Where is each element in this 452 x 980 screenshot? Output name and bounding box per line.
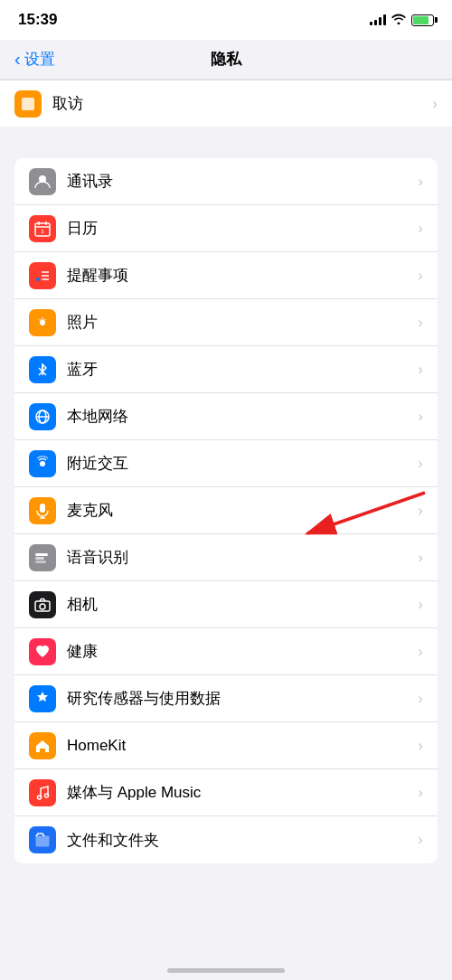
chevron-icon: › [418,502,423,520]
home-indicator [167,968,285,973]
list-item[interactable]: 附近交互› [14,440,438,487]
chevron-icon: › [418,267,423,285]
music-icon [29,779,56,806]
partial-label: 取访 [52,93,432,114]
health-icon [29,638,56,665]
music-label: 媒体与 Apple Music [67,782,418,803]
list-item[interactable]: 语音识别› [14,534,438,581]
nearby-label: 附近交互 [67,453,418,474]
svg-rect-25 [35,557,44,560]
nearby-icon [29,450,56,477]
bluetooth-label: 蓝牙 [67,359,418,380]
list-item[interactable]: 相机› [14,581,438,628]
svg-point-29 [38,796,42,799]
svg-rect-26 [35,561,46,563]
reminders-icon [29,262,56,289]
research-icon [29,685,56,712]
chevron-icon: › [418,220,423,238]
camera-label: 相机 [67,594,418,615]
list-item[interactable]: 研究传感器与使用数据› [14,675,438,722]
list-item[interactable]: 提醒事项› [14,252,438,299]
status-bar: 15:39 [0,0,452,40]
content: 取访 › 通讯录›1日历›提醒事项›照片›蓝牙›本地网络›附近交互›麦克风›语音… [0,80,452,863]
homekit-label: HomeKit [67,737,418,755]
chevron-icon: › [418,455,423,473]
chevron-icon: › [418,173,423,191]
list-item[interactable]: 文件和文件夹› [14,816,438,863]
list-item[interactable]: 通讯录› [14,158,438,205]
svg-point-9 [36,274,40,278]
back-label: 设置 [24,49,55,70]
svg-rect-24 [35,553,48,556]
battery-icon [411,14,434,26]
wifi-icon [391,13,406,27]
svg-point-28 [40,604,45,609]
svg-point-30 [45,794,49,797]
nav-bar: ‹ 设置 隐私 [0,40,452,80]
status-icons [370,13,434,27]
chevron-icon: › [418,314,423,332]
photos-icon [29,309,56,336]
status-time: 15:39 [18,11,57,29]
reminders-label: 提醒事项 [67,265,418,286]
signal-icon [370,14,386,25]
files-icon [29,826,56,853]
speech-label: 语音识别 [67,547,418,568]
photos-label: 照片 [67,312,418,333]
contacts-icon [29,168,56,195]
partial-section: 取访 › [0,80,452,127]
svg-rect-21 [40,504,45,513]
chevron-icon: › [418,549,423,567]
chevron-icon: › [418,737,423,755]
list-item[interactable]: 蓝牙› [14,346,438,393]
settings-list: 通讯录›1日历›提醒事项›照片›蓝牙›本地网络›附近交互›麦克风›语音识别›相机… [14,158,438,863]
chevron-icon: › [432,95,438,113]
list-item[interactable]: 取访 › [0,80,452,127]
local-network-icon [29,403,56,430]
calendar-label: 日历 [67,218,418,239]
partial-icon [14,90,42,118]
microphone-icon [29,497,56,524]
list-item[interactable]: 照片› [14,299,438,346]
page-title: 隐私 [211,49,241,70]
list-item[interactable]: 本地网络› [14,393,438,440]
research-label: 研究传感器与使用数据 [67,688,418,709]
homekit-icon [29,732,56,759]
list-item[interactable]: 健康› [14,628,438,675]
list-item[interactable]: HomeKit› [14,722,438,769]
chevron-icon: › [418,690,423,708]
health-label: 健康 [67,641,418,662]
calendar-icon: 1 [29,215,56,242]
speech-icon [29,544,56,571]
chevron-icon: › [418,643,423,661]
camera-icon [29,591,56,618]
contacts-label: 通讯录 [67,171,418,192]
svg-point-7 [36,270,40,274]
list-item[interactable]: 媒体与 Apple Music› [14,769,438,816]
files-label: 文件和文件夹 [67,830,418,851]
bluetooth-icon [29,356,56,383]
chevron-icon: › [418,596,423,614]
list-item[interactable]: 麦克风› [14,487,438,534]
microphone-label: 麦克风 [67,500,418,521]
svg-point-20 [40,461,45,466]
local-network-label: 本地网络 [67,406,418,427]
chevron-icon: › [418,784,423,802]
chevron-icon: › [418,831,423,849]
back-button[interactable]: ‹ 设置 [14,49,55,70]
svg-text:1: 1 [41,229,44,234]
back-chevron-icon: ‹ [14,50,21,68]
chevron-icon: › [418,361,423,379]
svg-point-11 [36,278,40,281]
svg-rect-0 [22,98,34,110]
chevron-icon: › [418,408,423,426]
list-item[interactable]: 1日历› [14,205,438,252]
